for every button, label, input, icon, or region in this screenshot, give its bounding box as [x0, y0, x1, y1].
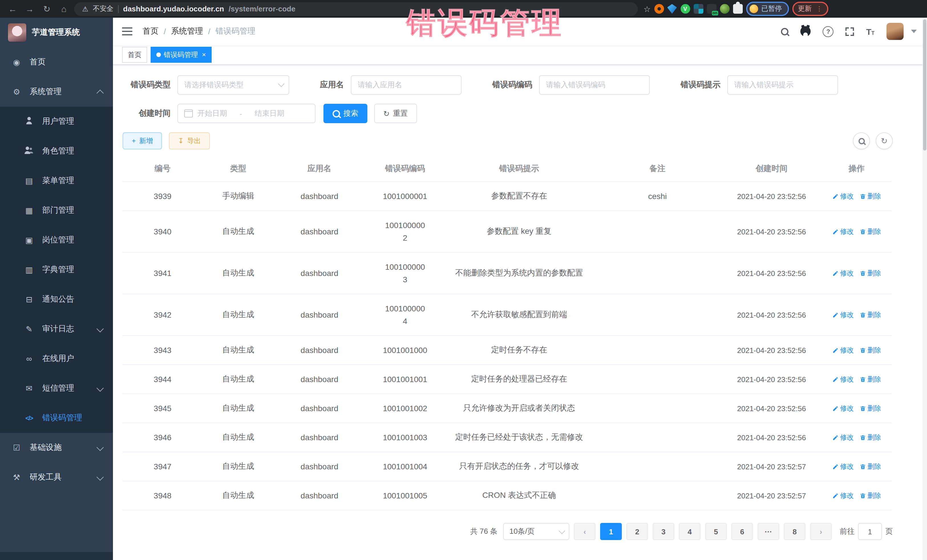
- breadcrumb-home[interactable]: 首页: [143, 26, 159, 36]
- edit-link[interactable]: 修改: [832, 404, 854, 413]
- avatar-caret-icon[interactable]: [911, 30, 917, 33]
- export-button[interactable]: ↧ 导出: [169, 132, 210, 149]
- sidebar-item-dev-tools[interactable]: ⚒ 研发工具: [0, 463, 113, 492]
- sidebar-item-notices[interactable]: ⊟ 通知公告: [0, 285, 113, 314]
- sidebar-item-roles[interactable]: 角色管理: [0, 136, 113, 166]
- filter-app-label: 应用名: [312, 80, 344, 90]
- more-pages-button[interactable]: ···: [758, 523, 779, 540]
- cell-ops: 修改删除: [821, 252, 892, 294]
- delete-link[interactable]: 删除: [859, 374, 881, 384]
- delete-link[interactable]: 删除: [859, 191, 881, 201]
- sidebar-item-online-users[interactable]: ∞ 在线用户: [0, 344, 113, 373]
- sidebar-item-users[interactable]: 用户管理: [0, 107, 113, 136]
- cell-type: 手动编辑: [202, 182, 274, 211]
- add-button[interactable]: + 新增: [123, 132, 162, 149]
- goto-page-input[interactable]: 1: [858, 523, 882, 540]
- close-icon[interactable]: ×: [202, 51, 206, 58]
- hamburger-icon[interactable]: [122, 27, 132, 35]
- sidebar-logo[interactable]: 芋道管理系统: [0, 18, 113, 47]
- browser-back-icon[interactable]: ←: [6, 4, 20, 14]
- browser-reload-icon[interactable]: ↻: [40, 4, 54, 14]
- delete-link[interactable]: 删除: [859, 345, 881, 355]
- edit-link[interactable]: 修改: [832, 374, 854, 384]
- browser-update-button[interactable]: 更新 ⋮: [792, 2, 828, 16]
- extension-icon-switch-on[interactable]: [707, 4, 716, 14]
- page-button-2[interactable]: 2: [626, 523, 648, 540]
- reset-button[interactable]: ↻ 重置: [374, 104, 417, 123]
- extension-icon-gem[interactable]: [667, 4, 677, 14]
- delete-link[interactable]: 删除: [859, 310, 881, 320]
- extension-icon-orange[interactable]: [654, 4, 664, 14]
- delete-link[interactable]: 删除: [859, 491, 881, 501]
- browser-menu-kebab-icon[interactable]: ⋮: [816, 8, 822, 10]
- extensions-puzzle-icon[interactable]: [733, 4, 742, 14]
- edit-link[interactable]: 修改: [832, 433, 854, 442]
- sidebar-item-home[interactable]: ◉ 首页: [0, 47, 113, 77]
- sidebar-item-departments[interactable]: ▦ 部门管理: [0, 196, 113, 225]
- bookmark-star-icon[interactable]: ☆: [643, 4, 650, 14]
- delete-link[interactable]: 删除: [859, 268, 881, 278]
- font-size-icon[interactable]: TT: [866, 27, 874, 36]
- prev-page-button[interactable]: ‹: [574, 523, 596, 540]
- browser-profile-chip[interactable]: 已暂停: [746, 2, 789, 16]
- page-button-6[interactable]: 6: [731, 523, 753, 540]
- sidebar-footer: [0, 552, 113, 560]
- scrollbar-thumb[interactable]: [923, 20, 926, 150]
- toggle-search-button[interactable]: [853, 132, 870, 149]
- extension-icon-green-v[interactable]: V: [680, 4, 690, 14]
- date-range-picker[interactable]: 开始日期 - 结束日期: [178, 104, 316, 123]
- sidebar-item-posts[interactable]: ▣ 岗位管理: [0, 225, 113, 255]
- page-button-5[interactable]: 5: [705, 523, 727, 540]
- edit-link[interactable]: 修改: [832, 461, 854, 471]
- delete-link[interactable]: 删除: [859, 461, 881, 471]
- search-button[interactable]: 搜索: [324, 104, 368, 123]
- help-icon[interactable]: ?: [823, 26, 834, 37]
- sidebar-item-error-codes[interactable]: </> 错误码管理: [0, 403, 113, 433]
- error-msg-input[interactable]: 请输入错误码提示: [727, 75, 838, 95]
- dashboard-icon: ◉: [11, 58, 22, 67]
- page-button-1[interactable]: 1: [600, 523, 622, 540]
- breadcrumb-system[interactable]: 系统管理: [171, 26, 203, 36]
- user-avatar[interactable]: [886, 23, 904, 40]
- system-submenu: 用户管理 角色管理 ▤ 菜单管理 ▦ 部门管理 ▣: [0, 107, 113, 433]
- edit-link[interactable]: 修改: [832, 227, 854, 237]
- table-row: 3946自动生成dashboard1001001003定时任务已经处于该状态，无…: [123, 423, 892, 452]
- error-type-select[interactable]: 请选择错误码类型: [178, 75, 289, 95]
- edit-link[interactable]: 修改: [832, 345, 854, 355]
- chevron-down-icon: [96, 443, 103, 451]
- search-icon[interactable]: [781, 28, 789, 35]
- extension-icon-key[interactable]: [720, 4, 729, 14]
- sidebar-item-dictionary[interactable]: ▥ 字典管理: [0, 255, 113, 285]
- tag-error-codes[interactable]: 错误码管理 ×: [150, 47, 212, 63]
- delete-link[interactable]: 删除: [859, 404, 881, 413]
- edit-link[interactable]: 修改: [832, 191, 854, 201]
- extension-icon-grid[interactable]: [693, 4, 703, 14]
- edit-link[interactable]: 修改: [832, 491, 854, 501]
- tag-home[interactable]: 首页: [122, 47, 147, 63]
- browser-home-icon[interactable]: ⌂: [57, 4, 71, 14]
- refresh-icon: ↻: [383, 109, 390, 118]
- sidebar-item-sms[interactable]: ✉ 短信管理: [0, 373, 113, 403]
- fullscreen-icon[interactable]: [846, 27, 854, 36]
- github-icon[interactable]: [801, 26, 811, 36]
- delete-link[interactable]: 删除: [859, 433, 881, 442]
- chevron-down-icon: [96, 473, 103, 480]
- window-scrollbar[interactable]: [922, 18, 927, 560]
- next-page-button[interactable]: ›: [810, 523, 832, 540]
- refresh-table-button[interactable]: ↻: [876, 132, 893, 149]
- sidebar-item-menus[interactable]: ▤ 菜单管理: [0, 166, 113, 196]
- page-button-3[interactable]: 3: [653, 523, 674, 540]
- cell-ops: 修改删除: [821, 211, 892, 252]
- error-code-input[interactable]: 请输入错误码编码: [539, 75, 650, 95]
- browser-forward-icon[interactable]: →: [23, 4, 36, 14]
- edit-link[interactable]: 修改: [832, 310, 854, 320]
- sidebar-item-audit-log[interactable]: ✎ 审计日志: [0, 314, 113, 344]
- page-size-select[interactable]: 10条/页: [503, 523, 569, 540]
- sidebar-item-system[interactable]: ⚙ 系统管理: [0, 77, 113, 107]
- delete-link[interactable]: 删除: [859, 227, 881, 237]
- sidebar-item-infrastructure[interactable]: ☑ 基础设施: [0, 433, 113, 463]
- page-button-4[interactable]: 4: [679, 523, 701, 540]
- app-name-input[interactable]: 请输入应用名: [351, 75, 462, 95]
- edit-link[interactable]: 修改: [832, 268, 854, 278]
- page-button-8[interactable]: 8: [784, 523, 805, 540]
